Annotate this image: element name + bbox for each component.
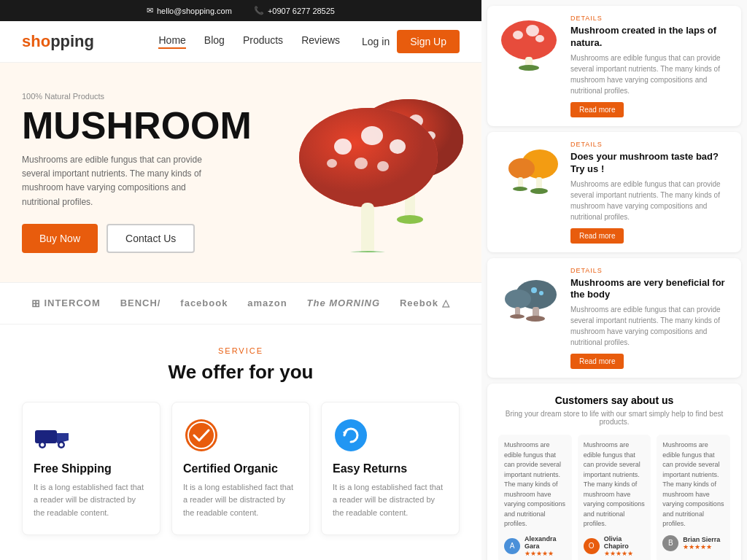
nav-reviews[interactable]: Reviews [301, 34, 340, 49]
stars-2: ★★★★★ [604, 550, 646, 557]
service-title: We offer for you [22, 361, 460, 384]
email-text: hello@shopping.com [157, 7, 232, 15]
svg-point-12 [334, 139, 352, 155]
author-avatar-2: O [584, 538, 600, 554]
author-avatar-1: A [504, 538, 520, 554]
svg-point-26 [335, 419, 367, 451]
service-card-organic: Certified Organic It is a long establish… [171, 402, 310, 535]
organic-desc: It is a long established fact that a rea… [183, 481, 298, 520]
shipping-icon [34, 417, 70, 454]
svg-point-42 [526, 316, 545, 322]
testimonial-card-1: Mushrooms are edible fungus that can pro… [498, 435, 572, 560]
svg-rect-38 [518, 177, 523, 188]
testimonial-author-2: O Olivia Chapiro ★★★★★ [584, 535, 646, 557]
navbar: shopping Home Blog Products Reviews Log … [0, 21, 481, 63]
hero-description: Mushrooms are edible fungus that can pro… [22, 153, 226, 209]
svg-point-13 [361, 126, 383, 145]
author-name-3: Brian Sierra [683, 536, 720, 543]
shipping-title: Free Shipping [34, 462, 149, 475]
phone-text: +0907 6277 28525 [268, 7, 335, 15]
testimonials-title: Customers say about us [498, 394, 730, 406]
brand-intercom: ⊞ INTERCOM [31, 298, 100, 309]
product-detail-label-1: DETAILS [570, 15, 732, 22]
read-more-button-2[interactable]: Read more [570, 228, 624, 244]
testimonial-text-3: Mushrooms are edible fungus that can pro… [662, 440, 724, 529]
signup-button[interactable]: Sign Up [397, 30, 460, 53]
svg-point-24 [185, 419, 217, 451]
svg-point-14 [390, 139, 406, 154]
hero-image [248, 63, 481, 260]
testimonial-card-3: Mushrooms are edible fungus that can pro… [657, 435, 730, 560]
stars-1: ★★★★★ [525, 550, 566, 557]
service-section: SERVICE We offer for you Free Shipping I… [0, 324, 481, 550]
login-button[interactable]: Log in [362, 36, 390, 47]
svg-point-43 [505, 289, 531, 308]
product-card-1: DETAILS Mushroom created in the laps of … [487, 6, 741, 126]
svg-rect-18 [35, 430, 57, 443]
read-more-button-1[interactable]: Read more [570, 102, 624, 117]
service-card-shipping: Free Shipping It is a long established f… [22, 402, 160, 535]
product-desc-2: Mushrooms are edible fungus that can pro… [570, 179, 732, 222]
left-panel: ✉ hello@shopping.com 📞 +0907 6277 28525 … [0, 0, 481, 560]
product-card-2: DETAILS Does your mushroom taste bad? Tr… [487, 132, 741, 252]
organic-icon [183, 417, 220, 454]
hero-section: 100% Natural Products MUSHROOM Mushrooms… [0, 63, 481, 282]
brand-amazon: amazon [247, 298, 287, 308]
svg-point-32 [526, 25, 539, 36]
buy-now-button[interactable]: Buy Now [22, 224, 98, 253]
phone-icon: 📞 [254, 6, 264, 15]
product-info-3: DETAILS Mushrooms are very beneficial fo… [570, 267, 732, 370]
svg-point-30 [519, 65, 539, 71]
product-image-3 [496, 267, 562, 325]
brand-reebok: Reebok △ [400, 298, 450, 308]
brand-morning: The MORNING [307, 298, 381, 308]
author-avatar-3: B [662, 535, 678, 551]
returns-title: Easy Returns [333, 462, 448, 475]
email-info: ✉ hello@shopping.com [147, 6, 232, 15]
product-title-3: Mushrooms are very beneficial for the bo… [570, 277, 732, 302]
returns-icon [333, 417, 369, 454]
author-name-2: Olivia Chapiro [604, 535, 646, 550]
svg-point-11 [338, 251, 397, 252]
svg-point-36 [530, 188, 548, 194]
read-more-button-3[interactable]: Read more [570, 354, 624, 369]
service-card-returns: Easy Returns It is a long established fa… [321, 402, 460, 535]
svg-point-3 [397, 215, 423, 224]
testimonial-text-1: Mushrooms are edible fungus that can pro… [504, 440, 566, 529]
nav-blog[interactable]: Blog [204, 34, 225, 49]
svg-point-22 [41, 443, 44, 446]
service-cards: Free Shipping It is a long established f… [22, 402, 460, 535]
svg-point-39 [513, 187, 527, 191]
returns-desc: It is a long established fact that a rea… [333, 481, 448, 520]
logo: shopping [22, 32, 94, 51]
svg-point-33 [535, 35, 544, 42]
brand-facebook: facebook [180, 298, 228, 308]
svg-point-8 [299, 108, 438, 207]
testimonial-card-2: Mushrooms are edible fungus that can pro… [578, 435, 651, 560]
product-desc-3: Mushrooms are edible fungus that can pro… [570, 304, 732, 348]
product-desc-1: Mushrooms are edible fungus that can pro… [570, 52, 732, 96]
product-image-2 [496, 141, 562, 199]
svg-point-17 [327, 159, 337, 168]
svg-point-37 [508, 158, 535, 179]
svg-point-15 [355, 158, 368, 169]
phone-info: 📞 +0907 6277 28525 [254, 6, 335, 15]
contact-us-button[interactable]: Contact Us [107, 224, 195, 253]
testimonial-author-1: A Alexandra Gara ★★★★★ [504, 535, 566, 557]
nav-home[interactable]: Home [158, 34, 185, 49]
testimonials-subtitle: Bring your dream store to life with our … [498, 410, 730, 426]
product-info-1: DETAILS Mushroom created in the laps of … [570, 15, 732, 117]
product-image-1 [496, 15, 562, 73]
brand-bench: BENCH/ [120, 298, 161, 308]
product-title-2: Does your mushroom taste bad? Try us ! [570, 151, 732, 176]
svg-point-45 [510, 314, 525, 319]
nav-links: Home Blog Products Reviews [158, 34, 340, 49]
top-bar: ✉ hello@shopping.com 📞 +0907 6277 28525 [0, 0, 481, 21]
author-name-1: Alexandra Gara [525, 535, 566, 550]
product-title-1: Mushroom created in the laps of natura. [570, 25, 732, 50]
right-panel: DETAILS Mushroom created in the laps of … [481, 0, 747, 560]
testimonial-cards: Mushrooms are edible fungus that can pro… [498, 435, 730, 560]
organic-title: Certified Organic [183, 462, 298, 475]
svg-point-23 [60, 443, 63, 446]
nav-products[interactable]: Products [243, 34, 283, 49]
